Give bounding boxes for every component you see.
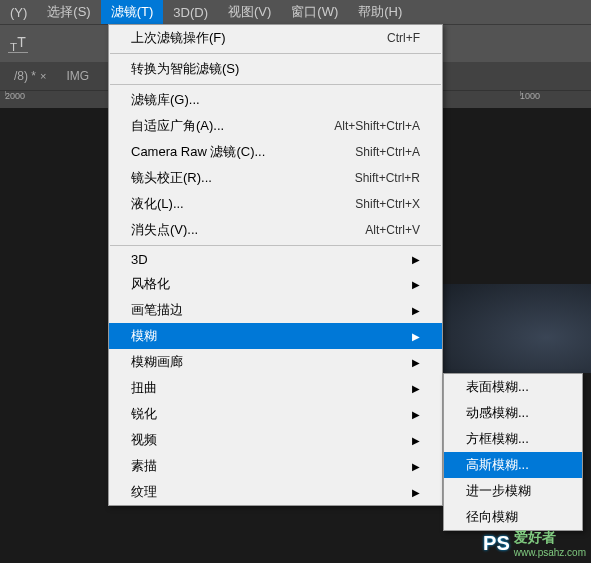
- menu-stylize[interactable]: 风格化 ▶: [109, 271, 442, 297]
- document-tab-1[interactable]: /8) * ×: [4, 64, 56, 88]
- menu-label: 高斯模糊...: [466, 456, 529, 474]
- menu-3d-submenu[interactable]: 3D ▶: [109, 248, 442, 271]
- menu-last-filter[interactable]: 上次滤镜操作(F) Ctrl+F: [109, 25, 442, 51]
- chevron-right-icon: ▶: [412, 254, 420, 265]
- menu-lens-correction[interactable]: 镜头校正(R)... Shift+Ctrl+R: [109, 165, 442, 191]
- menu-label: 3D: [131, 252, 148, 267]
- submenu-motion-blur[interactable]: 动感模糊...: [444, 400, 582, 426]
- menu-label: 素描: [131, 457, 157, 475]
- menu-window[interactable]: 窗口(W): [281, 0, 348, 24]
- chevron-right-icon: ▶: [412, 409, 420, 420]
- menu-label: 消失点(V)...: [131, 221, 198, 239]
- menu-image[interactable]: (Y): [0, 2, 37, 23]
- menu-label: 径向模糊: [466, 508, 518, 526]
- menu-shortcut: Alt+Ctrl+V: [365, 223, 420, 237]
- menu-texture[interactable]: 纹理 ▶: [109, 479, 442, 505]
- menu-sharpen[interactable]: 锐化 ▶: [109, 401, 442, 427]
- tab-label: IMG: [66, 69, 89, 83]
- document-preview: [443, 284, 591, 373]
- menu-label: 自适应广角(A)...: [131, 117, 224, 135]
- menu-sketch[interactable]: 素描 ▶: [109, 453, 442, 479]
- tab-label: /8) *: [14, 69, 36, 83]
- menu-select[interactable]: 选择(S): [37, 0, 100, 24]
- menu-label: 模糊画廊: [131, 353, 183, 371]
- menu-label: 上次滤镜操作(F): [131, 29, 226, 47]
- menu-camera-raw[interactable]: Camera Raw 滤镜(C)... Shift+Ctrl+A: [109, 139, 442, 165]
- text-tool-indicator: TT: [8, 34, 28, 54]
- watermark: PS 爱好者 www.psahz.com: [483, 528, 586, 558]
- menu-filter-gallery[interactable]: 滤镜库(G)...: [109, 87, 442, 113]
- close-icon[interactable]: ×: [40, 70, 46, 82]
- document-tab-2[interactable]: IMG: [56, 64, 99, 88]
- chevron-right-icon: ▶: [412, 279, 420, 290]
- watermark-logo: PS: [483, 532, 510, 555]
- menu-shortcut: Shift+Ctrl+A: [355, 145, 420, 159]
- menu-label: 转换为智能滤镜(S): [131, 60, 239, 78]
- menu-separator: [110, 245, 441, 246]
- submenu-radial-blur[interactable]: 径向模糊: [444, 504, 582, 530]
- menu-label: 视频: [131, 431, 157, 449]
- menu-label: 扭曲: [131, 379, 157, 397]
- menu-shortcut: Alt+Shift+Ctrl+A: [334, 119, 420, 133]
- menu-label: Camera Raw 滤镜(C)...: [131, 143, 265, 161]
- menu-help[interactable]: 帮助(H): [348, 0, 412, 24]
- menu-shortcut: Ctrl+F: [387, 31, 420, 45]
- menu-label: 方框模糊...: [466, 430, 529, 448]
- chevron-right-icon: ▶: [412, 383, 420, 394]
- watermark-url: www.psahz.com: [514, 547, 586, 558]
- menu-shortcut: Shift+Ctrl+R: [355, 171, 420, 185]
- watermark-text: 爱好者: [514, 529, 556, 545]
- menu-label: 画笔描边: [131, 301, 183, 319]
- menu-filter[interactable]: 滤镜(T): [101, 0, 164, 24]
- menu-label: 滤镜库(G)...: [131, 91, 200, 109]
- menu-separator: [110, 84, 441, 85]
- ruler-tick: 1000: [520, 91, 540, 101]
- chevron-right-icon: ▶: [412, 331, 420, 342]
- menu-brush-strokes[interactable]: 画笔描边 ▶: [109, 297, 442, 323]
- menu-shortcut: Shift+Ctrl+X: [355, 197, 420, 211]
- menubar: (Y) 选择(S) 滤镜(T) 3D(D) 视图(V) 窗口(W) 帮助(H): [0, 0, 591, 24]
- menu-label: 液化(L)...: [131, 195, 184, 213]
- menu-liquify[interactable]: 液化(L)... Shift+Ctrl+X: [109, 191, 442, 217]
- chevron-right-icon: ▶: [412, 305, 420, 316]
- menu-separator: [110, 53, 441, 54]
- menu-label: 锐化: [131, 405, 157, 423]
- submenu-gaussian-blur[interactable]: 高斯模糊...: [444, 452, 582, 478]
- menu-label: 进一步模糊: [466, 482, 531, 500]
- menu-view[interactable]: 视图(V): [218, 0, 281, 24]
- menu-convert-smart[interactable]: 转换为智能滤镜(S): [109, 56, 442, 82]
- submenu-blur-more[interactable]: 进一步模糊: [444, 478, 582, 504]
- menu-video[interactable]: 视频 ▶: [109, 427, 442, 453]
- menu-label: 表面模糊...: [466, 378, 529, 396]
- menu-label: 纹理: [131, 483, 157, 501]
- menu-adaptive-wide[interactable]: 自适应广角(A)... Alt+Shift+Ctrl+A: [109, 113, 442, 139]
- menu-blur-gallery[interactable]: 模糊画廊 ▶: [109, 349, 442, 375]
- menu-distort[interactable]: 扭曲 ▶: [109, 375, 442, 401]
- blur-submenu: 表面模糊... 动感模糊... 方框模糊... 高斯模糊... 进一步模糊 径向…: [443, 373, 583, 531]
- menu-label: 动感模糊...: [466, 404, 529, 422]
- menu-label: 镜头校正(R)...: [131, 169, 212, 187]
- chevron-right-icon: ▶: [412, 461, 420, 472]
- ruler-tick: 2000: [5, 91, 25, 101]
- menu-3d[interactable]: 3D(D): [163, 2, 218, 23]
- menu-label: 模糊: [131, 327, 157, 345]
- chevron-right-icon: ▶: [412, 435, 420, 446]
- submenu-box-blur[interactable]: 方框模糊...: [444, 426, 582, 452]
- menu-blur[interactable]: 模糊 ▶: [109, 323, 442, 349]
- submenu-surface-blur[interactable]: 表面模糊...: [444, 374, 582, 400]
- menu-label: 风格化: [131, 275, 170, 293]
- chevron-right-icon: ▶: [412, 487, 420, 498]
- chevron-right-icon: ▶: [412, 357, 420, 368]
- menu-vanishing-point[interactable]: 消失点(V)... Alt+Ctrl+V: [109, 217, 442, 243]
- filter-menu-dropdown: 上次滤镜操作(F) Ctrl+F 转换为智能滤镜(S) 滤镜库(G)... 自适…: [108, 24, 443, 506]
